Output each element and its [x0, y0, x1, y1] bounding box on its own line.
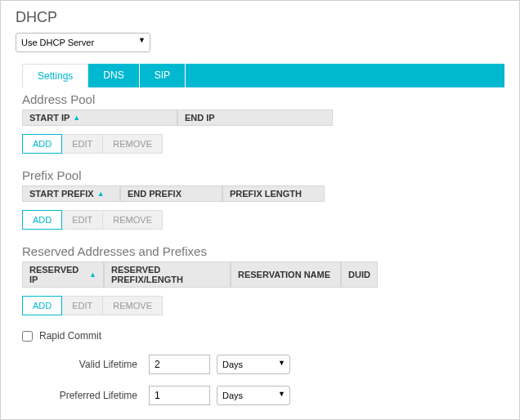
preferred-lifetime-row: Preferred Lifetime Days: [22, 386, 504, 405]
th-duid[interactable]: DUID: [341, 261, 378, 288]
prefix-pool-header: START PREFIX ▲ END PREFIX PREFIX LENGTH: [22, 185, 504, 202]
reserved-title: Reserved Addresses and Prefixes: [22, 244, 504, 258]
tab-filler: [186, 64, 504, 87]
reserved-buttons: ADD EDIT REMOVE: [22, 296, 504, 315]
preferred-lifetime-unit-wrap: Days: [217, 386, 290, 405]
edit-button[interactable]: EDIT: [62, 134, 103, 154]
address-pool-header: START IP ▲ END IP: [22, 109, 504, 126]
preferred-lifetime-unit-select[interactable]: Days: [217, 386, 290, 405]
tab-row: Settings DNS SIP: [16, 64, 504, 87]
add-button[interactable]: ADD: [22, 210, 62, 230]
th-start-prefix-label: START PREFIX: [29, 189, 94, 199]
rapid-commit-row: Rapid Commit: [22, 330, 504, 342]
page-title: DHCP: [16, 9, 504, 26]
reserved-header: RESERVED IP ▲ RESERVED PREFIX/LENGTH RES…: [22, 261, 504, 288]
address-pool-title: Address Pool: [22, 92, 504, 106]
valid-lifetime-row: Valid Lifetime Days: [22, 355, 504, 374]
prefix-pool-title: Prefix Pool: [22, 168, 504, 182]
th-reserved-ip[interactable]: RESERVED IP ▲: [22, 261, 104, 288]
th-start-prefix[interactable]: START PREFIX ▲: [22, 185, 120, 202]
th-start-ip[interactable]: START IP ▲: [22, 109, 177, 126]
remove-button[interactable]: REMOVE: [103, 134, 163, 154]
preferred-lifetime-label: Preferred Lifetime: [22, 390, 149, 401]
sort-asc-icon: ▲: [89, 270, 96, 279]
sort-asc-icon: ▲: [97, 190, 105, 198]
tab-settings[interactable]: Settings: [22, 64, 88, 87]
th-reserved-prefix-length[interactable]: RESERVED PREFIX/LENGTH: [104, 261, 231, 288]
dhcp-mode-select[interactable]: Use DHCP Server: [16, 33, 150, 52]
tab-dns[interactable]: DNS: [88, 64, 139, 87]
th-reserved-ip-label: RESERVED IP: [29, 265, 86, 284]
add-button[interactable]: ADD: [22, 134, 62, 154]
tab-sip[interactable]: SIP: [140, 64, 186, 87]
rapid-commit-label: Rapid Commit: [39, 330, 101, 342]
prefix-pool-buttons: ADD EDIT REMOVE: [22, 210, 504, 230]
edit-button[interactable]: EDIT: [62, 210, 103, 230]
dhcp-mode-select-wrap: Use DHCP Server: [16, 33, 150, 52]
edit-button[interactable]: EDIT: [62, 296, 103, 315]
add-button[interactable]: ADD: [22, 296, 62, 315]
valid-lifetime-unit-select[interactable]: Days: [217, 355, 290, 374]
th-end-ip[interactable]: END IP: [177, 109, 333, 126]
rapid-commit-checkbox[interactable]: [22, 331, 33, 342]
tabs: Settings DNS SIP: [22, 64, 186, 87]
address-pool-buttons: ADD EDIT REMOVE: [22, 134, 504, 154]
remove-button[interactable]: REMOVE: [103, 210, 163, 230]
valid-lifetime-unit-wrap: Days: [217, 355, 290, 374]
th-start-ip-label: START IP: [29, 113, 69, 123]
th-prefix-length[interactable]: PREFIX LENGTH: [222, 185, 325, 202]
th-reservation-name[interactable]: RESERVATION NAME: [231, 261, 341, 288]
preferred-lifetime-input[interactable]: [149, 386, 210, 405]
sort-asc-icon: ▲: [73, 114, 80, 122]
th-end-prefix[interactable]: END PREFIX: [120, 185, 222, 202]
remove-button[interactable]: REMOVE: [103, 296, 163, 315]
valid-lifetime-label: Valid Lifetime: [22, 359, 149, 370]
valid-lifetime-input[interactable]: [149, 355, 210, 374]
